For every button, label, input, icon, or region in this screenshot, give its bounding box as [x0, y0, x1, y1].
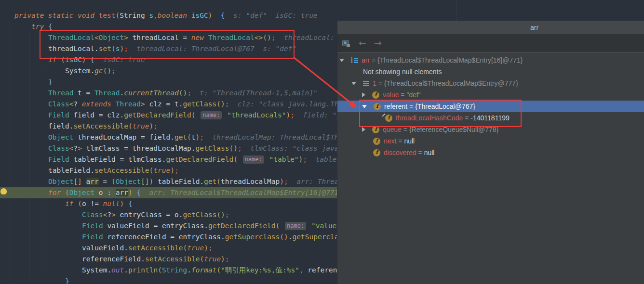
code-token: set [99, 45, 111, 52]
code-token: Object [48, 133, 78, 141]
debugger-inspect-popup[interactable]: arr ← → 1 2 3arr = {ThreadLocal$ThreadLo… [337, 21, 644, 284]
code-token: = [99, 178, 111, 185]
code-token: tableField. [48, 167, 94, 174]
forward-icon[interactable]: → [374, 39, 382, 48]
variable-value: {ReferenceQueue$Null@778} [409, 126, 498, 133]
code-token: . [288, 233, 293, 241]
code-line: private static void test(String s,boolea… [14, 10, 318, 21]
code-token: ( [191, 111, 200, 119]
code-token: () [216, 100, 225, 108]
code-token: valueField = entryClass. [107, 222, 208, 230]
code-token: ? [73, 144, 78, 152]
popup-title-bar[interactable]: arr [337, 21, 644, 34]
code-token: threadLocal. [48, 45, 99, 52]
code-token: getDeclaredField [208, 222, 276, 230]
collapse-toggle-icon[interactable] [362, 105, 367, 108]
code-token: true [204, 255, 221, 263]
code-token: > [111, 211, 120, 219]
array-icon: 1 2 3 [351, 57, 358, 64]
code-token: { [128, 200, 133, 207]
code-line: field.setAccessible(true); [48, 121, 158, 132]
code-token: get [204, 178, 216, 185]
debugger-inline-hint: threadLocal: ThreadLocal@767 s: "def" [128, 45, 296, 52]
code-token: tlmClass = threadLocalMap. [86, 144, 196, 152]
code-token: setAccessible [145, 255, 200, 263]
code-token: setAccessible [73, 122, 128, 130]
variable-row-next[interactable]: fnext = null [337, 135, 644, 147]
code-token: [] [73, 178, 86, 185]
equals-sign: = [416, 149, 424, 156]
code-token: "value" [307, 222, 341, 230]
variable-row-threadLocalHashCode[interactable]: fthreadLocalHashCode = -1401181199 [337, 112, 644, 124]
expand-toggle-icon[interactable] [362, 92, 365, 97]
code-token: ( [216, 178, 221, 185]
code-token: t [191, 133, 196, 141]
code-token: ? [73, 100, 81, 108]
code-token: > [141, 100, 149, 108]
code-token: entryClass = o. [120, 211, 183, 219]
inspect-icon[interactable] [342, 39, 351, 47]
code-token: null [103, 200, 120, 207]
code-token: ( [111, 178, 116, 185]
code-line: for (Object o : arr) { arr: ThreadLocal$… [48, 187, 338, 198]
code-token: getClass [183, 100, 216, 108]
code-token: ) [149, 122, 154, 130]
code-token: () [179, 89, 187, 97]
code-token: ; [124, 45, 128, 52]
code-token: } [48, 78, 53, 86]
variable-value: {ThreadLocal$ThreadLocalMap$Entry[16]@77… [377, 56, 523, 64]
code-token: Field [48, 111, 73, 119]
code-line: threadLocal.set(s); threadLocal: ThreadL… [48, 43, 296, 54]
code-token: "table" [265, 155, 299, 163]
code-token: getDeclaredField [124, 111, 191, 119]
code-line: if (isGC) { isGC: true [48, 54, 145, 65]
variable-row-note[interactable]: Not showing null elements [337, 66, 644, 77]
code-token: currentThread [124, 89, 179, 97]
code-token: o != [82, 200, 103, 207]
code-token: if [48, 56, 61, 64]
code-token: { [48, 23, 53, 30]
variable-row-arr[interactable]: 1 2 3arr = {ThreadLocal$ThreadLocalMap$E… [337, 54, 644, 66]
popup-toolbar: ← → [337, 34, 644, 52]
code-line: Class<? extends Thread> clz = t.getClass… [48, 99, 360, 110]
code-token: ; [153, 122, 158, 130]
collapse-toggle-icon[interactable] [339, 59, 344, 62]
code-token: ) [280, 178, 284, 185]
variable-row-discovered[interactable]: fdiscovered = null [337, 147, 644, 158]
variable-name: value [383, 91, 399, 99]
debugger-inline-hint: t: "Thread[Thread-1,5,main]" [191, 89, 318, 97]
code-token: getClass [183, 211, 217, 219]
code-token: { [90, 56, 94, 64]
variable-row-1[interactable]: 1 = {ThreadLocal$ThreadLocalMap$Entry@77… [337, 77, 644, 89]
variable-row-referent[interactable]: freferent = {ThreadLocal@767} [337, 101, 644, 112]
equals-sign: = [376, 79, 384, 87]
code-token [212, 12, 220, 19]
code-token: ( [183, 244, 188, 252]
code-token: ) [204, 244, 208, 252]
code-token: println [128, 266, 158, 274]
param-name-hint: name: [201, 111, 222, 119]
code-token: ) [82, 56, 90, 64]
code-token: t = [78, 89, 94, 97]
code-token: tableField = tlmClass. [73, 155, 166, 163]
field-icon: f [373, 138, 380, 145]
code-token: . [124, 266, 128, 274]
code-token: try [31, 23, 48, 30]
variable-value: {ThreadLocal$ThreadLocalMap$Entry@777} [384, 79, 518, 87]
code-token: > [78, 144, 86, 152]
code-token: Object [69, 189, 94, 196]
code-token: s [149, 12, 153, 19]
expand-toggle-icon[interactable] [362, 127, 365, 132]
code-token: referenceField. [82, 255, 145, 263]
equals-sign: = [407, 103, 415, 110]
variable-row-queue[interactable]: fqueue = {ReferenceQueue$Null@778} [337, 124, 644, 135]
code-token: ( [187, 133, 191, 141]
code-token: ThreadLocal [208, 34, 255, 41]
back-icon[interactable]: ← [359, 39, 366, 48]
code-token: getSuperclass [225, 233, 280, 241]
variable-name: threadLocalHashCode [396, 114, 463, 122]
code-token: out [111, 266, 124, 274]
variable-row-value[interactable]: fvalue = "def" [337, 89, 644, 101]
code-token: <>() [255, 34, 271, 41]
collapse-toggle-icon[interactable] [351, 82, 356, 85]
